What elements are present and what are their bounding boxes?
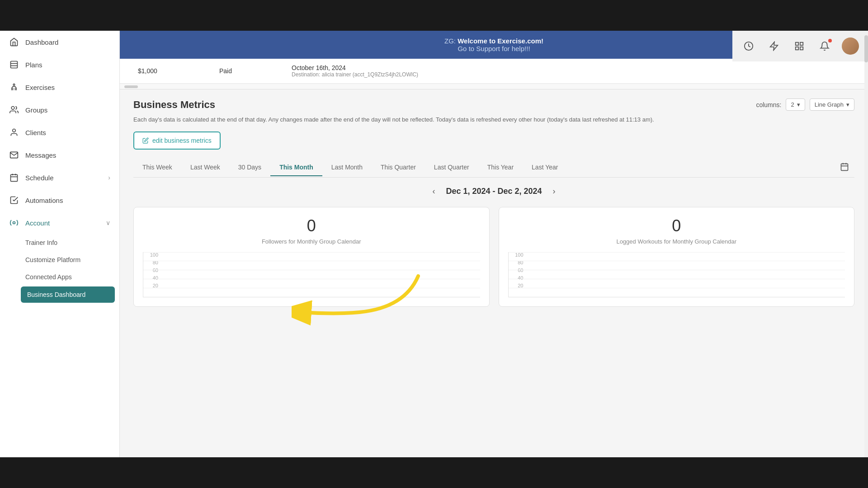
edit-business-metrics-button[interactable]: edit business metrics: [133, 131, 221, 150]
schedule-chevron: ›: [108, 174, 110, 181]
table-cell-status: Paid: [210, 67, 283, 75]
columns-value: 2: [791, 101, 794, 108]
table-cell-date: October 16th, 2024: [292, 64, 850, 71]
table-cell-details: October 16th, 2024 Destination: alicia t…: [283, 64, 859, 78]
svg-point-9: [13, 84, 14, 85]
svg-rect-20: [841, 164, 848, 170]
sidebar-item-label-messages: Messages: [25, 151, 110, 159]
tab-last-year[interactable]: Last Year: [523, 159, 567, 176]
chart-followers: 100 80 60 40 20: [143, 252, 480, 297]
tab-last-quarter[interactable]: Last Quarter: [425, 159, 478, 176]
svg-point-18: [13, 222, 15, 224]
bell-icon[interactable]: [816, 38, 833, 54]
sidebar-subitem-trainer-info[interactable]: Trainer Info: [0, 234, 119, 251]
svg-rect-6: [11, 61, 18, 68]
svg-rect-14: [11, 174, 18, 181]
svg-point-12: [11, 107, 14, 110]
table-cell-destination: Destination: alicia trainer (acct_1Q9Ztz…: [292, 71, 850, 78]
tab-this-quarter[interactable]: This Quarter: [372, 159, 425, 176]
messages-icon: [9, 150, 19, 160]
svg-point-13: [13, 129, 16, 132]
pencil-icon: [142, 137, 149, 144]
sidebar-item-label-dashboard: Dashboard: [25, 38, 110, 46]
sidebar-item-clients[interactable]: Clients: [0, 121, 119, 144]
business-metrics-section: Business Metrics columns: 2 ▾ Line Graph…: [120, 89, 868, 316]
top-bar: [0, 0, 868, 31]
sidebar-item-dashboard[interactable]: Dashboard: [0, 31, 119, 53]
header-icons: [732, 31, 868, 61]
tab-this-year[interactable]: This Year: [478, 159, 523, 176]
metrics-grid: 0 Followers for Monthly Group Calendar 1…: [133, 207, 854, 307]
business-metrics-title: Business Metrics: [133, 99, 215, 111]
account-icon: [9, 218, 19, 228]
metric-card-followers: 0 Followers for Monthly Group Calendar 1…: [133, 207, 490, 307]
svg-rect-4: [796, 47, 798, 50]
tab-last-month[interactable]: Last Month: [322, 159, 372, 176]
sidebar-subitem-connected-apps[interactable]: Connected Apps: [0, 268, 119, 286]
main-content: ZG: Welcome to Exercise.com! Go to Suppo…: [120, 31, 868, 457]
date-range-next-button[interactable]: ›: [549, 185, 559, 198]
banner-suffix: Go to Support for help!!!: [458, 45, 530, 52]
automations-icon: [9, 195, 19, 205]
table-scroll-indicator: [120, 84, 868, 89]
sidebar-item-messages[interactable]: Messages: [0, 144, 119, 166]
chart-type-chevron: ▾: [846, 101, 849, 108]
svg-marker-1: [770, 42, 778, 50]
chart-logged-workouts: 100 80 60 40 20: [508, 252, 845, 297]
sidebar-item-label-clients: Clients: [25, 129, 110, 136]
sidebar-item-label-account: Account: [25, 219, 99, 227]
horizontal-scrollbar[interactable]: [124, 85, 138, 88]
sidebar-item-schedule[interactable]: Schedule ›: [0, 166, 119, 189]
sidebar-item-account[interactable]: Account ∨: [0, 211, 119, 234]
edit-metrics-label: edit business metrics: [152, 137, 212, 144]
columns-dropdown[interactable]: 2 ▾: [786, 99, 805, 111]
vertical-scrollbar-thumb[interactable]: [864, 35, 868, 62]
sidebar-item-automations[interactable]: Automations: [0, 189, 119, 211]
columns-label: columns:: [756, 101, 781, 108]
clock-icon[interactable]: [741, 38, 757, 54]
chart-type-value: Line Graph: [815, 101, 844, 108]
sidebar-item-exercises[interactable]: Exercises: [0, 76, 119, 99]
date-range-prev-button[interactable]: ‹: [429, 185, 439, 198]
tab-this-week[interactable]: This Week: [133, 159, 181, 176]
sidebar-item-label-groups: Groups: [25, 106, 110, 114]
sidebar-subitem-business-dashboard[interactable]: Business Dashboard: [21, 286, 115, 303]
table-cell-amount: $1,000: [129, 67, 210, 75]
dashboard-icon: [9, 37, 19, 47]
tab-30-days[interactable]: 30 Days: [229, 159, 270, 176]
vertical-scrollbar-track: [864, 31, 868, 457]
grid-icon[interactable]: [791, 38, 807, 54]
sidebar-item-label-automations: Automations: [25, 197, 110, 204]
business-metrics-description: Each day's data is calculated at the end…: [133, 115, 854, 124]
banner-prefix: ZG:: [444, 37, 456, 45]
bottom-bar: [0, 457, 868, 488]
notification-dot: [828, 39, 832, 42]
plans-icon: [9, 60, 19, 70]
clients-icon: [9, 127, 19, 137]
columns-dropdown-chevron: ▾: [797, 101, 800, 108]
svg-rect-5: [800, 47, 803, 50]
avatar[interactable]: [842, 38, 859, 55]
sidebar-item-label-exercises: Exercises: [25, 84, 110, 91]
payments-table: $1,000 Paid October 16th, 2024 Destinati…: [120, 59, 868, 89]
tab-this-month[interactable]: This Month: [270, 159, 322, 176]
sidebar-item-groups[interactable]: Groups: [0, 99, 119, 121]
metric-label-followers: Followers for Monthly Group Calendar: [143, 238, 480, 245]
groups-icon: [9, 105, 19, 115]
sidebar-subitem-customize-platform[interactable]: Customize Platform: [0, 251, 119, 268]
banner-highlight: Welcome to Exercise.com!: [458, 37, 543, 45]
schedule-icon: [9, 173, 19, 183]
table-row: $1,000 Paid October 16th, 2024 Destinati…: [120, 59, 868, 84]
edit-button-container: edit business metrics: [133, 131, 221, 159]
svg-rect-3: [800, 42, 803, 45]
calendar-picker-button[interactable]: [835, 159, 854, 177]
metric-value-followers: 0: [143, 216, 480, 235]
date-range-selector: ‹ Dec 1, 2024 - Dec 2, 2024 ›: [133, 185, 854, 198]
tab-last-week[interactable]: Last Week: [181, 159, 229, 176]
bolt-icon[interactable]: [766, 38, 782, 54]
sidebar-item-label-schedule: Schedule: [25, 174, 102, 182]
sidebar-item-plans[interactable]: Plans: [0, 53, 119, 76]
date-range-display: Dec 1, 2024 - Dec 2, 2024: [446, 187, 542, 196]
chart-type-dropdown[interactable]: Line Graph ▾: [810, 99, 854, 111]
account-chevron: ∨: [106, 219, 110, 226]
